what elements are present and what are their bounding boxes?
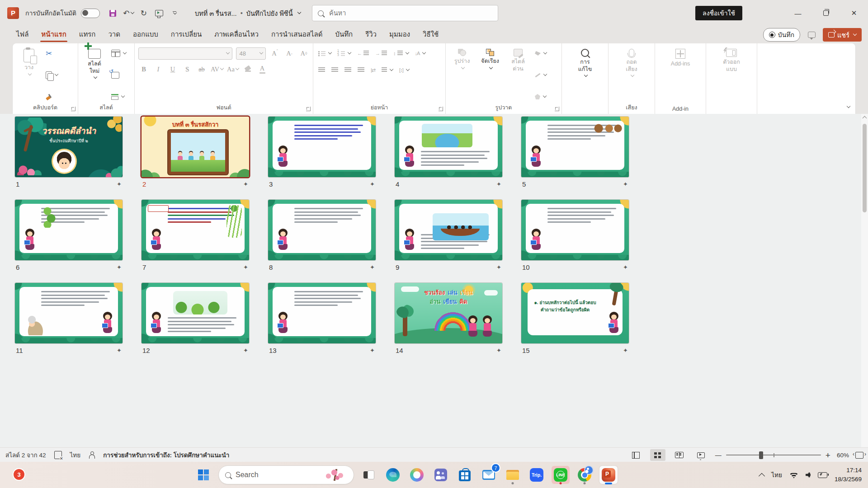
save-location[interactable]: บันทึกไปยัง พีซีนี้ [246,8,293,19]
animation-star-icon[interactable]: ✦ [117,347,122,354]
slideshow-view-button[interactable] [693,449,709,461]
tab-8[interactable]: บันทึก [329,26,359,43]
distribute-columns-button[interactable]: |⇄ [369,65,377,75]
scroll-up-icon[interactable] [863,116,867,121]
decrease-font-size-button[interactable]: Aˇ [284,48,295,59]
tab-2[interactable]: แทรก [73,26,102,43]
tray-expand-icon[interactable] [759,473,765,479]
record-button[interactable]: บันทึก [763,28,800,42]
font-name-combo[interactable] [138,47,232,60]
designer-button[interactable]: ตัวออก แบบ [719,47,744,103]
tab-9[interactable]: รีวิว [359,26,383,43]
scrollbar-thumb[interactable] [863,124,867,212]
columns-button[interactable] [380,65,394,75]
customize-quick-access-button[interactable] [168,6,181,20]
align-right-button[interactable] [343,65,353,75]
animation-star-icon[interactable]: ✦ [243,347,248,354]
quick-styles-button[interactable]: สไตล์ ด่วน [505,47,531,103]
trip-app[interactable]: Trip. [528,466,546,484]
slide-thumbnail-3[interactable] [268,117,376,177]
zoom-slider-thumb[interactable] [759,451,763,459]
arrange-button[interactable]: จัดเรียง [477,47,503,103]
shapes-button[interactable]: รูปร่าง [449,47,475,103]
underline-button[interactable]: U [167,64,178,75]
reset-slide-button[interactable] [110,70,127,80]
bullets-button[interactable] [317,48,333,59]
task-view-button[interactable] [360,466,378,484]
drawing-dialog-launcher[interactable] [555,107,559,111]
zoom-percentage[interactable]: 60% [837,452,849,459]
powerpoint-app-icon[interactable] [7,7,19,19]
normal-view-button[interactable] [628,449,644,461]
tab-6[interactable]: ภาพเคลื่อนไหว [208,26,265,43]
text-highlight-button[interactable] [242,64,253,75]
comments-button[interactable] [805,28,818,41]
shadow-button[interactable]: S [182,64,193,75]
align-left-button[interactable] [317,65,326,75]
animation-star-icon[interactable]: ✦ [370,181,375,188]
tab-7[interactable]: การนำเสนอสไลด์ [265,26,329,43]
mail-app[interactable]: 7 [480,466,498,484]
notification-badge[interactable]: 3 [14,469,24,480]
copilot-app[interactable] [408,466,426,484]
editing-button[interactable]: การ แก้ไข [572,47,598,103]
volume-button[interactable] [806,472,811,478]
shape-fill-button[interactable] [533,48,548,59]
character-spacing-button[interactable]: AV [211,64,223,75]
italic-button[interactable]: I [153,64,164,75]
cut-button[interactable]: ✂ [44,48,59,59]
sign-in-button[interactable]: ลงชื่อเข้าใช้ [695,6,742,20]
animation-star-icon[interactable]: ✦ [370,347,375,354]
slide-thumbnail-1[interactable]: วรรณคดีลำนำ ชั้นประถมศึกษาปีที่ ๒ [15,117,123,177]
animation-star-icon[interactable]: ✦ [243,181,248,188]
slide-thumbnail-6[interactable] [15,200,123,260]
slide-thumbnail-15[interactable]: ๑. อ่านบทสักวาต่อไปนี้ แล้วตอบคำถามว่าข้… [521,283,629,343]
wifi-icon[interactable] [789,472,798,479]
align-text-vertical-button[interactable]: [↕] [398,65,410,75]
strikethrough-button[interactable]: ab [196,64,207,75]
document-title[interactable]: บทที่ ๓ รื่นรส... • บันทึกไปยัง พีซีนี้ [195,8,301,19]
change-case-button[interactable]: Aa [227,64,239,75]
share-button[interactable]: แชร์ [823,28,862,42]
search-box[interactable] [312,5,498,21]
store-app[interactable] [456,466,474,484]
tab-3[interactable]: วาด [102,26,127,43]
slide-thumbnail-8[interactable] [268,200,376,260]
language-indicator[interactable]: ไทย [70,450,81,460]
new-slide-button[interactable]: สไลด์ ใหม่ [82,47,107,103]
restore-button[interactable] [812,0,840,26]
search-input[interactable] [328,9,492,17]
file-explorer-app[interactable] [504,466,522,484]
paragraph-dialog-launcher[interactable] [439,107,443,111]
reading-view-button[interactable] [672,449,687,461]
tab-11[interactable]: วิธีใช้ [416,26,445,43]
line-spacing-button[interactable]: ↕ [392,48,410,59]
animation-star-icon[interactable]: ✦ [623,181,628,188]
tray-language[interactable]: ไทย [771,470,782,480]
bold-button[interactable]: B [138,64,149,75]
format-painter-button[interactable] [44,91,59,102]
animation-star-icon[interactable]: ✦ [623,347,628,354]
increase-font-size-button[interactable]: Aˆ [269,48,280,59]
start-button[interactable] [194,466,212,484]
chrome-app[interactable] [576,466,594,484]
edge-app[interactable] [384,466,402,484]
section-button[interactable] [110,91,127,102]
shape-effects-button[interactable] [533,91,548,102]
slide-thumbnail-10[interactable] [521,200,629,260]
increase-indent-button[interactable]: → [374,48,388,59]
slide-sorter-view-button[interactable] [650,449,665,461]
slide-thumbnail-12[interactable] [142,283,249,343]
zoom-out-button[interactable]: — [715,452,722,458]
powerpoint-app[interactable] [599,466,618,484]
font-dialog-launcher[interactable] [306,107,311,111]
tab-1[interactable]: หน้าแรก [35,26,72,43]
copy-button[interactable] [44,70,59,80]
slide-thumbnail-11[interactable] [15,283,123,343]
clear-formatting-button[interactable]: A◊ [298,48,309,59]
slide-thumbnail-14[interactable]: ชวนร้องเล่นเรียนอ่านเขียนคิด [395,283,502,343]
animation-star-icon[interactable]: ✦ [496,181,501,188]
undo-button[interactable]: ↶ [122,6,135,20]
tab-10[interactable]: มุมมอง [383,26,416,43]
taskbar-search[interactable]: Search [218,465,354,484]
